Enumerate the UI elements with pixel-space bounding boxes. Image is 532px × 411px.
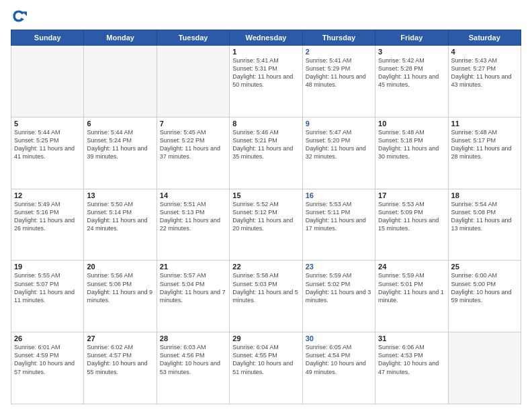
calendar-cell-25: 25Sunrise: 6:00 AM Sunset: 5:00 PM Dayli… (448, 261, 521, 332)
day-info: Sunrise: 5:49 AM Sunset: 5:16 PM Dayligh… (14, 200, 81, 233)
calendar-cell-6: 6Sunrise: 5:44 AM Sunset: 5:24 PM Daylig… (84, 117, 157, 189)
calendar-cell-10: 10Sunrise: 5:48 AM Sunset: 5:18 PM Dayli… (375, 117, 448, 189)
calendar-cell-21: 21Sunrise: 5:57 AM Sunset: 5:04 PM Dayli… (157, 261, 229, 332)
day-info: Sunrise: 5:52 AM Sunset: 5:12 PM Dayligh… (232, 200, 299, 233)
calendar-cell-11: 11Sunrise: 5:48 AM Sunset: 5:17 PM Dayli… (448, 117, 521, 189)
day-info: Sunrise: 5:57 AM Sunset: 5:04 PM Dayligh… (160, 271, 226, 304)
day-info: Sunrise: 5:48 AM Sunset: 5:17 PM Dayligh… (451, 128, 518, 161)
day-info: Sunrise: 5:44 AM Sunset: 5:24 PM Dayligh… (87, 128, 153, 161)
calendar-cell-12: 12Sunrise: 5:49 AM Sunset: 5:16 PM Dayli… (11, 189, 84, 261)
week-row-1: 5Sunrise: 5:44 AM Sunset: 5:25 PM Daylig… (11, 117, 521, 189)
calendar-cell-20: 20Sunrise: 5:56 AM Sunset: 5:06 PM Dayli… (84, 261, 157, 332)
day-number: 6 (87, 120, 153, 128)
day-number: 15 (232, 191, 299, 199)
calendar-cell-17: 17Sunrise: 5:53 AM Sunset: 5:09 PM Dayli… (375, 189, 448, 261)
calendar-cell-3: 3Sunrise: 5:42 AM Sunset: 5:28 PM Daylig… (375, 46, 448, 118)
day-info: Sunrise: 5:59 AM Sunset: 5:02 PM Dayligh… (306, 271, 372, 304)
calendar-cell-31: 31Sunrise: 6:06 AM Sunset: 4:53 PM Dayli… (375, 332, 448, 404)
day-info: Sunrise: 6:06 AM Sunset: 4:53 PM Dayligh… (378, 343, 445, 376)
day-info: Sunrise: 5:48 AM Sunset: 5:18 PM Dayligh… (378, 128, 445, 161)
day-number: 30 (306, 334, 372, 342)
day-number: 16 (306, 191, 372, 199)
day-number: 31 (378, 334, 445, 342)
day-info: Sunrise: 5:59 AM Sunset: 5:01 PM Dayligh… (378, 271, 445, 304)
day-info: Sunrise: 5:41 AM Sunset: 5:31 PM Dayligh… (232, 56, 299, 89)
calendar-cell-empty (448, 332, 521, 404)
day-info: Sunrise: 5:42 AM Sunset: 5:28 PM Dayligh… (378, 56, 445, 89)
day-number: 1 (232, 48, 299, 56)
week-row-2: 12Sunrise: 5:49 AM Sunset: 5:16 PM Dayli… (11, 189, 521, 261)
logo-icon (11, 8, 27, 24)
day-info: Sunrise: 6:01 AM Sunset: 4:59 PM Dayligh… (14, 343, 81, 376)
day-info: Sunrise: 5:43 AM Sunset: 5:27 PM Dayligh… (451, 56, 518, 89)
day-info: Sunrise: 5:44 AM Sunset: 5:25 PM Dayligh… (14, 128, 81, 161)
day-number: 11 (451, 120, 518, 128)
day-info: Sunrise: 6:00 AM Sunset: 5:00 PM Dayligh… (451, 271, 518, 304)
calendar-cell-26: 26Sunrise: 6:01 AM Sunset: 4:59 PM Dayli… (11, 332, 84, 404)
day-number: 29 (232, 334, 299, 342)
day-info: Sunrise: 5:53 AM Sunset: 5:11 PM Dayligh… (306, 200, 372, 233)
weekday-header-row: SundayMondayTuesdayWednesdayThursdayFrid… (11, 30, 521, 46)
day-info: Sunrise: 6:04 AM Sunset: 4:55 PM Dayligh… (232, 343, 299, 376)
calendar-cell-28: 28Sunrise: 6:03 AM Sunset: 4:56 PM Dayli… (157, 332, 229, 404)
day-number: 4 (451, 48, 518, 56)
week-row-0: 1Sunrise: 5:41 AM Sunset: 5:31 PM Daylig… (11, 46, 521, 118)
weekday-header-wednesday: Wednesday (230, 30, 302, 46)
day-number: 5 (14, 120, 81, 128)
calendar-cell-27: 27Sunrise: 6:02 AM Sunset: 4:57 PM Dayli… (84, 332, 157, 404)
day-info: Sunrise: 5:54 AM Sunset: 5:08 PM Dayligh… (451, 200, 518, 233)
week-row-4: 26Sunrise: 6:01 AM Sunset: 4:59 PM Dayli… (11, 332, 521, 404)
weekday-header-saturday: Saturday (448, 30, 521, 46)
day-number: 21 (160, 263, 226, 271)
calendar-cell-4: 4Sunrise: 5:43 AM Sunset: 5:27 PM Daylig… (448, 46, 521, 118)
calendar-cell-8: 8Sunrise: 5:46 AM Sunset: 5:21 PM Daylig… (230, 117, 302, 189)
calendar-cell-2: 2Sunrise: 5:41 AM Sunset: 5:29 PM Daylig… (302, 46, 375, 118)
day-info: Sunrise: 5:41 AM Sunset: 5:29 PM Dayligh… (306, 56, 372, 89)
calendar-cell-9: 9Sunrise: 5:47 AM Sunset: 5:20 PM Daylig… (302, 117, 375, 189)
weekday-header-tuesday: Tuesday (157, 30, 229, 46)
day-number: 9 (306, 120, 372, 128)
day-info: Sunrise: 5:56 AM Sunset: 5:06 PM Dayligh… (87, 271, 153, 304)
day-number: 13 (87, 191, 153, 199)
weekday-header-thursday: Thursday (302, 30, 375, 46)
calendar-cell-5: 5Sunrise: 5:44 AM Sunset: 5:25 PM Daylig… (11, 117, 84, 189)
weekday-header-monday: Monday (84, 30, 157, 46)
day-number: 27 (87, 334, 153, 342)
calendar-cell-15: 15Sunrise: 5:52 AM Sunset: 5:12 PM Dayli… (230, 189, 302, 261)
day-number: 24 (378, 263, 445, 271)
calendar-cell-23: 23Sunrise: 5:59 AM Sunset: 5:02 PM Dayli… (302, 261, 375, 332)
calendar-cell-30: 30Sunrise: 6:05 AM Sunset: 4:54 PM Dayli… (302, 332, 375, 404)
day-info: Sunrise: 5:53 AM Sunset: 5:09 PM Dayligh… (378, 200, 445, 233)
day-info: Sunrise: 6:05 AM Sunset: 4:54 PM Dayligh… (306, 343, 372, 376)
day-info: Sunrise: 5:51 AM Sunset: 5:13 PM Dayligh… (160, 200, 226, 233)
page-container: SundayMondayTuesdayWednesdayThursdayFrid… (0, 0, 532, 411)
day-number: 14 (160, 191, 226, 199)
day-number: 7 (160, 120, 226, 128)
calendar-cell-22: 22Sunrise: 5:58 AM Sunset: 5:03 PM Dayli… (230, 261, 302, 332)
day-number: 20 (87, 263, 153, 271)
calendar-cell-7: 7Sunrise: 5:45 AM Sunset: 5:22 PM Daylig… (157, 117, 229, 189)
day-number: 22 (232, 263, 299, 271)
calendar-cell-empty (84, 46, 157, 118)
weekday-header-sunday: Sunday (11, 30, 84, 46)
calendar-cell-19: 19Sunrise: 5:55 AM Sunset: 5:07 PM Dayli… (11, 261, 84, 332)
calendar-cell-14: 14Sunrise: 5:51 AM Sunset: 5:13 PM Dayli… (157, 189, 229, 261)
day-number: 23 (306, 263, 372, 271)
day-number: 25 (451, 263, 518, 271)
week-row-3: 19Sunrise: 5:55 AM Sunset: 5:07 PM Dayli… (11, 261, 521, 332)
day-info: Sunrise: 5:45 AM Sunset: 5:22 PM Dayligh… (160, 128, 226, 161)
day-info: Sunrise: 5:47 AM Sunset: 5:20 PM Dayligh… (306, 128, 372, 161)
calendar-cell-29: 29Sunrise: 6:04 AM Sunset: 4:55 PM Dayli… (230, 332, 302, 404)
day-number: 10 (378, 120, 445, 128)
day-number: 3 (378, 48, 445, 56)
calendar-cell-16: 16Sunrise: 5:53 AM Sunset: 5:11 PM Dayli… (302, 189, 375, 261)
weekday-header-friday: Friday (375, 30, 448, 46)
calendar-cell-13: 13Sunrise: 5:50 AM Sunset: 5:14 PM Dayli… (84, 189, 157, 261)
day-info: Sunrise: 6:02 AM Sunset: 4:57 PM Dayligh… (87, 343, 153, 376)
calendar-cell-1: 1Sunrise: 5:41 AM Sunset: 5:31 PM Daylig… (230, 46, 302, 118)
calendar-cell-empty (157, 46, 229, 118)
day-info: Sunrise: 5:50 AM Sunset: 5:14 PM Dayligh… (87, 200, 153, 233)
day-info: Sunrise: 5:55 AM Sunset: 5:07 PM Dayligh… (14, 271, 81, 304)
day-info: Sunrise: 6:03 AM Sunset: 4:56 PM Dayligh… (160, 343, 226, 376)
logo (11, 8, 30, 24)
